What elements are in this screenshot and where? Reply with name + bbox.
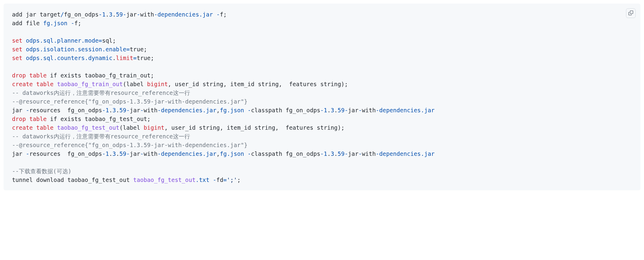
code-block: add jar target/fg_on_odps-1.3.59-jar-wit… (4, 4, 640, 190)
code-line: set odps.sql.counters.dynamic.limit=true… (12, 55, 154, 62)
code-line: -- dataworks内运行，注意需要带有resource_reference… (12, 133, 190, 140)
code-line: drop table if exists taobao_fg_test_out; (12, 116, 151, 122)
code-line: --@resource_reference{"fg_on_odps-1.3.59… (12, 142, 248, 149)
code-line: jar -resources fg_on_odps-1.3.59-jar-wit… (12, 107, 435, 114)
code-line: --下载查看数据(可选) (12, 168, 71, 175)
code-line: jar -resources fg_on_odps-1.3.59-jar-wit… (12, 150, 435, 157)
code-line: add jar target/fg_on_odps-1.3.59-jar-wit… (12, 11, 227, 18)
code-line: create table taobao_fg_test_out(label bi… (12, 124, 344, 131)
code-content: add jar target/fg_on_odps-1.3.59-jar-wit… (12, 10, 632, 184)
code-line: set odps.isolation.session.enable=true; (12, 46, 147, 53)
copy-icon (628, 11, 633, 16)
code-line: -- dataworks内运行，注意需要带有resource_reference… (12, 89, 190, 96)
code-line: add file fg.json -f; (12, 20, 81, 27)
code-line: create table taobao_fg_train_out(label b… (12, 81, 348, 88)
code-line: --@resource_reference{"fg_on_odps-1.3.59… (12, 98, 248, 105)
code-line: drop table if exists taobao_fg_train_out… (12, 72, 154, 79)
code-line: tunnel download taobao_fg_test_out taoba… (12, 177, 240, 183)
code-line: set odps.sql.planner.mode=sql; (12, 37, 116, 44)
code-scroll[interactable]: add jar target/fg_on_odps-1.3.59-jar-wit… (12, 10, 632, 188)
copy-button[interactable] (626, 8, 636, 18)
